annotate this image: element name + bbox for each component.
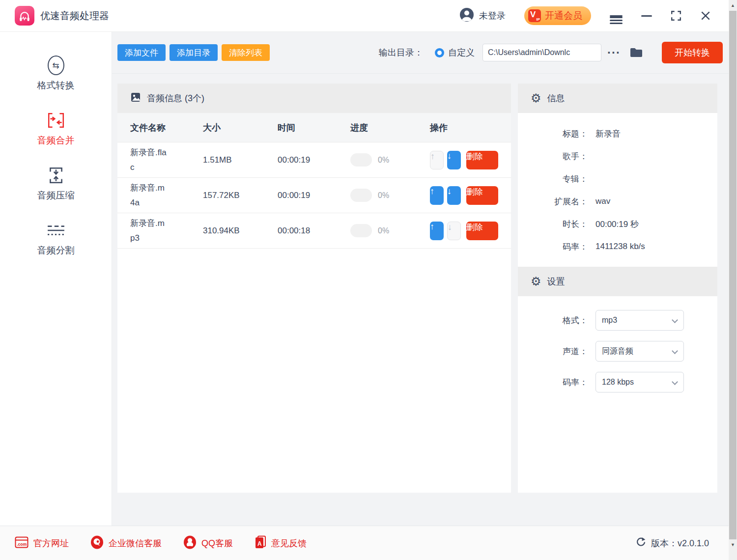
clear-list-button[interactable]: 清除列表 <box>222 44 270 61</box>
move-down-button: ↓ <box>447 222 461 240</box>
file-name: 新录音.flac <box>130 145 167 175</box>
refresh-icon[interactable] <box>636 537 646 549</box>
actions-cell: ↑↓删除 <box>430 186 511 205</box>
info-row-album: 专辑： <box>518 168 717 190</box>
menu-icon[interactable] <box>610 14 623 18</box>
audio-list-title: 音频信息 (3个) <box>147 92 204 104</box>
qq-support-link[interactable]: QQ客服 <box>183 535 233 551</box>
start-convert-button[interactable]: 开始转换 <box>662 42 723 63</box>
settings-panel-header: ⚙ 设置 <box>518 267 717 296</box>
custom-dir-radio-label: 自定义 <box>448 47 475 58</box>
feedback-icon: A <box>255 535 266 551</box>
col-header-size: 大小 <box>203 122 278 134</box>
open-folder-icon[interactable] <box>629 47 643 58</box>
channel-select[interactable]: 同源音频 <box>595 341 684 362</box>
sidebar-item-format-convert[interactable]: ⇆ 格式转换 <box>37 56 75 92</box>
footer: .com 官方网址 企业微信客服 <box>0 526 729 560</box>
add-folder-button[interactable]: 添加目录 <box>170 44 218 61</box>
info-row-duration: 时长： 00:00:19 秒 <box>518 213 717 235</box>
move-up-button: ↑ <box>430 151 444 169</box>
progress-percent: 0% <box>378 191 389 200</box>
output-dir-group: 输出目录： 自定义 ··· 开始转换 <box>379 42 723 63</box>
move-down-button[interactable]: ↓ <box>447 186 461 205</box>
app-window: 优速音频处理器 未登录 VIP <box>0 0 737 560</box>
progress-bar <box>350 153 372 167</box>
progress-cell: 0% <box>350 189 430 202</box>
scroll-up-icon[interactable]: ▲ <box>729 3 737 8</box>
info-panel-title: 信息 <box>547 92 565 104</box>
table-row: 新录音.mp3310.94KB00:00:180%↑↓删除 <box>117 213 511 249</box>
qq-icon <box>183 535 197 551</box>
audio-merge-icon <box>47 111 65 130</box>
progress-bar <box>350 224 372 237</box>
audio-list-panel: 音频信息 (3个) 文件名称 大小 时间 进度 操作 新录音.flac1.51M… <box>117 84 511 493</box>
wechat-icon <box>90 535 104 551</box>
audio-split-icon <box>47 221 65 240</box>
sidebar-item-audio-compress[interactable]: 音频压缩 <box>37 166 75 202</box>
progress-cell: 0% <box>350 224 430 237</box>
svg-text:A: A <box>257 540 262 547</box>
setting-row-bitrate: 码率： 128 kbps <box>518 372 717 392</box>
info-row-extension: 扩展名： wav <box>518 190 717 213</box>
move-down-button[interactable]: ↓ <box>447 151 461 169</box>
progress-cell: 0% <box>350 153 430 167</box>
sidebar-item-audio-split[interactable]: 音频分割 <box>37 221 75 257</box>
table-body: 新录音.flac1.51MB00:00:190%↑↓删除新录音.m4a157.7… <box>117 142 511 249</box>
progress-percent: 0% <box>378 226 389 235</box>
vip-label: 开通会员 <box>545 9 582 22</box>
official-site-link[interactable]: .com 官方网址 <box>15 536 69 550</box>
add-file-button[interactable]: 添加文件 <box>117 44 166 61</box>
actions-cell: ↑↓删除 <box>430 222 511 240</box>
titlebar-right: 未登录 VIP 开通会员 <box>459 6 711 25</box>
titlebar: 优速音频处理器 未登录 VIP <box>0 0 729 32</box>
vertical-scrollbar[interactable]: ▲ ▼ <box>729 0 737 560</box>
close-button[interactable] <box>700 10 711 21</box>
browse-more-button[interactable]: ··· <box>607 48 621 57</box>
user-account-button[interactable]: 未登录 <box>459 7 506 24</box>
file-size: 1.51MB <box>203 155 278 165</box>
info-body: 标题： 新录音 歌手： 专辑： 扩展名： wav 时长： 00:00:19 秒 … <box>518 113 717 258</box>
chevron-down-icon <box>672 348 678 354</box>
svg-text:.com: .com <box>17 541 27 546</box>
version-info: 版本：v2.0.1.0 <box>636 537 709 549</box>
output-path-input[interactable] <box>482 44 601 61</box>
bitrate-select[interactable]: 128 kbps <box>595 372 684 392</box>
file-time: 00:00:18 <box>278 226 350 236</box>
audio-list-panel-header: 音频信息 (3个) <box>117 84 511 113</box>
setting-row-format: 格式： mp3 <box>518 310 717 331</box>
col-header-filename: 文件名称 <box>130 122 203 134</box>
vip-icon: VIP <box>528 9 541 22</box>
app-logo-icon <box>15 6 34 26</box>
sidebar-item-audio-merge[interactable]: 音频合并 <box>37 111 75 147</box>
right-panel: ⚙ 信息 标题： 新录音 歌手： 专辑： 扩展名： wav 时长： 00:00 <box>518 84 717 493</box>
output-dir-label: 输出目录： <box>379 47 423 58</box>
delete-button[interactable]: 删除 <box>466 222 498 240</box>
wechat-support-link[interactable]: 企业微信客服 <box>90 535 162 551</box>
col-header-actions: 操作 <box>430 122 511 134</box>
scrollbar-thumb[interactable] <box>729 11 737 539</box>
move-up-button[interactable]: ↑ <box>430 186 444 205</box>
settings-panel-title: 设置 <box>547 276 565 287</box>
format-convert-icon: ⇆ <box>48 56 64 75</box>
app-title: 优速音频处理器 <box>40 9 109 23</box>
file-name: 新录音.mp3 <box>130 216 167 246</box>
vip-button[interactable]: VIP 开通会员 <box>524 6 591 25</box>
format-select[interactable]: mp3 <box>595 310 684 331</box>
minimize-button[interactable] <box>641 15 652 17</box>
delete-button[interactable]: 删除 <box>466 151 498 169</box>
feedback-link[interactable]: A 意见反馈 <box>255 535 307 551</box>
delete-button[interactable]: 删除 <box>466 186 498 205</box>
info-gear-icon: ⚙ <box>531 92 541 104</box>
move-up-button[interactable]: ↑ <box>430 222 444 240</box>
scroll-down-icon[interactable]: ▼ <box>729 542 737 547</box>
sidebar: ⇆ 格式转换 音频合并 音频压缩 <box>0 32 112 526</box>
custom-dir-radio[interactable] <box>435 48 444 57</box>
setting-row-channel: 声道： 同源音频 <box>518 341 717 362</box>
table-row: 新录音.m4a157.72KB00:00:190%↑↓删除 <box>117 178 511 213</box>
login-status: 未登录 <box>479 10 506 22</box>
maximize-button[interactable] <box>671 10 681 21</box>
settings-body: 格式： mp3 声道： 同源音频 码率： 128 kbps <box>518 296 717 392</box>
website-icon: .com <box>15 536 28 550</box>
audio-compress-icon <box>48 166 64 185</box>
file-time: 00:00:19 <box>278 155 350 165</box>
